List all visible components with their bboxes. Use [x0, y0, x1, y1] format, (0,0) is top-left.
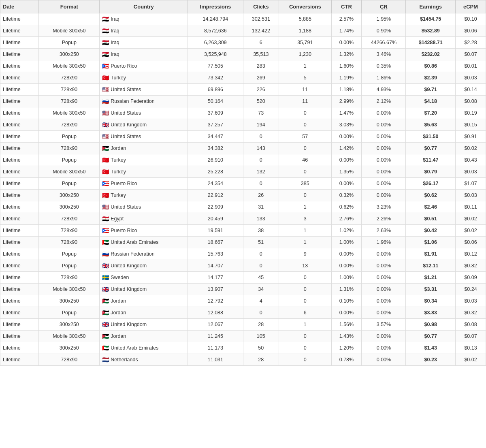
cell-conversions: 9	[279, 248, 331, 260]
cell-country: 🇯🇴Jordan	[100, 307, 188, 319]
cell-ctr: 0.00%	[331, 307, 362, 319]
cell-impressions: 13,907	[188, 284, 243, 295]
cell-clicks: 132	[243, 166, 279, 178]
cell-ctr: 2.99%	[331, 96, 362, 107]
cell-conversions: 5	[279, 72, 331, 84]
col-clicks: Clicks	[243, 0, 279, 13]
cell-earnings: $3.83	[406, 307, 456, 319]
cell-format: Popup	[39, 37, 100, 49]
cell-format: 728x90	[39, 119, 100, 131]
col-cr: CR	[362, 0, 406, 13]
cell-country: 🇯🇴Jordan	[100, 331, 188, 342]
cell-format: Popup	[39, 154, 100, 166]
cell-earnings: $11.47	[406, 154, 456, 166]
cell-date: Lifetime	[0, 25, 39, 37]
cell-impressions: 34,447	[188, 131, 243, 143]
cell-cr: 0.00%	[362, 190, 406, 201]
cell-ecpm: $0.07	[456, 331, 486, 342]
cell-clicks: 38	[243, 225, 279, 237]
cell-format: 728x90	[39, 225, 100, 237]
table-row: Lifetime728x90🇪🇬Egypt20,45913332.76%2.26…	[0, 213, 486, 225]
cell-ctr: 0.00%	[331, 260, 362, 272]
cell-format: 728x90	[39, 96, 100, 107]
cell-date: Lifetime	[0, 119, 39, 131]
cell-country: 🇵🇷Puerto Rico	[100, 225, 188, 237]
cell-earnings: $1.91	[406, 248, 456, 260]
cell-ecpm: $0.08	[456, 96, 486, 107]
cell-date: Lifetime	[0, 190, 39, 201]
cell-cr: 1.96%	[362, 237, 406, 248]
cell-ctr: 0.00%	[331, 248, 362, 260]
cell-cr: 0.00%	[362, 119, 406, 131]
cell-ecpm: $0.01	[456, 60, 486, 72]
country-name: United Kingdom	[111, 122, 147, 128]
cell-ecpm: $0.06	[456, 237, 486, 248]
col-ecpm: eCPM	[456, 0, 486, 13]
cell-impressions: 14,248,794	[188, 13, 243, 25]
cell-clicks: 269	[243, 72, 279, 84]
cell-format: Popup	[39, 131, 100, 143]
cell-clicks: 26	[243, 190, 279, 201]
cell-country: 🇪🇬Egypt	[100, 213, 188, 225]
cell-earnings: $31.50	[406, 131, 456, 143]
cell-ctr: 0.00%	[331, 131, 362, 143]
cell-format: Popup	[39, 260, 100, 272]
cell-impressions: 37,609	[188, 107, 243, 119]
cell-date: Lifetime	[0, 284, 39, 295]
cell-conversions: 0	[279, 143, 331, 154]
cell-country: 🇺🇸United States	[100, 107, 188, 119]
cell-earnings: $2.39	[406, 72, 456, 84]
cell-conversions: 35,791	[279, 37, 331, 49]
cell-clicks: 0	[243, 154, 279, 166]
cell-cr: 0.00%	[362, 166, 406, 178]
flag-icon: 🇹🇷	[102, 157, 109, 163]
table-row: Lifetime728x90🇹🇷Turkey73,34226951.19%1.8…	[0, 72, 486, 84]
cell-conversions: 0	[279, 331, 331, 342]
cell-country: 🇺🇸United States	[100, 201, 188, 213]
flag-icon: 🇺🇸	[102, 86, 109, 93]
flag-icon: 🇵🇷	[102, 180, 109, 187]
flag-icon: 🇳🇱	[102, 356, 109, 363]
cell-clicks: 226	[243, 84, 279, 96]
cell-clicks: 133	[243, 213, 279, 225]
flag-icon: 🇯🇴	[102, 309, 109, 316]
table-row: LifetimePopup🇮🇶Iraq6,263,309635,7910.00%…	[0, 37, 486, 49]
cell-format: 300x250	[39, 319, 100, 331]
cell-format: 300x250	[39, 190, 100, 201]
cell-country: 🇬🇧United Kingdom	[100, 284, 188, 295]
cell-impressions: 11,245	[188, 331, 243, 342]
table-row: LifetimePopup🇷🇺Russian Federation15,7630…	[0, 248, 486, 260]
flag-icon: 🇮🇶	[102, 39, 109, 46]
flag-icon: 🇹🇷	[102, 75, 109, 81]
cell-country: 🇬🇧United Kingdom	[100, 119, 188, 131]
cell-ecpm: $0.12	[456, 248, 486, 260]
cell-cr: 0.00%	[362, 307, 406, 319]
cell-clicks: 73	[243, 107, 279, 119]
cell-earnings: $0.77	[406, 331, 456, 342]
cell-earnings: $1.43	[406, 342, 456, 354]
country-name: Egypt	[111, 216, 124, 222]
cell-ctr: 1.32%	[331, 49, 362, 60]
cell-format: Popup	[39, 248, 100, 260]
cell-ctr: 1.00%	[331, 237, 362, 248]
cell-impressions: 77,505	[188, 60, 243, 72]
flag-icon: 🇯🇴	[102, 145, 109, 151]
cell-ctr: 1.43%	[331, 331, 362, 342]
table-row: LifetimePopup🇺🇸United States34,4470570.0…	[0, 131, 486, 143]
country-name: Turkey	[111, 192, 126, 198]
cell-country: 🇵🇷Puerto Rico	[100, 178, 188, 190]
cell-ecpm: $0.03	[456, 72, 486, 84]
flag-icon: 🇷🇺	[102, 98, 109, 105]
cell-impressions: 22,909	[188, 201, 243, 213]
cell-clicks: 132,422	[243, 25, 279, 37]
cell-impressions: 37,257	[188, 119, 243, 131]
table-row: Lifetime🇮🇶Iraq14,248,794302,5315,8852.57…	[0, 13, 486, 25]
cell-cr: 44266.67%	[362, 37, 406, 49]
table-row: Lifetime728x90🇬🇧United Kingdom37,2571940…	[0, 119, 486, 131]
cell-impressions: 25,228	[188, 166, 243, 178]
cell-ctr: 3.03%	[331, 119, 362, 131]
cell-impressions: 11,173	[188, 342, 243, 354]
cell-clicks: 143	[243, 143, 279, 154]
cell-date: Lifetime	[0, 49, 39, 60]
cell-ecpm: $0.14	[456, 84, 486, 96]
